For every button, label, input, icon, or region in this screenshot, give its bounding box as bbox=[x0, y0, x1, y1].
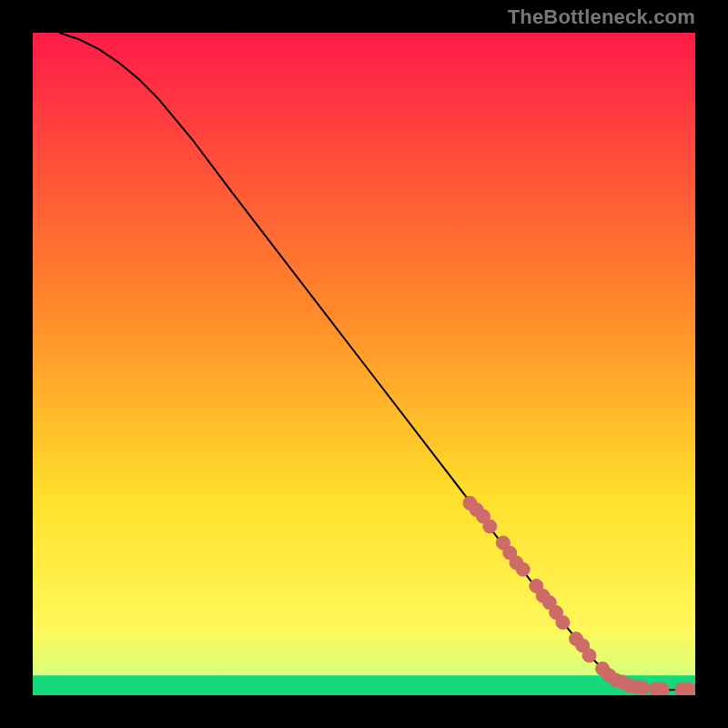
green-band bbox=[33, 675, 695, 695]
chart-stage: TheBottleneck.com bbox=[0, 0, 728, 728]
plot-svg bbox=[33, 33, 695, 695]
highlight-marker bbox=[682, 682, 695, 695]
highlight-marker bbox=[483, 520, 497, 533]
highlight-marker bbox=[635, 682, 649, 695]
highlight-marker bbox=[516, 562, 530, 576]
highlight-marker bbox=[582, 649, 596, 662]
highlight-marker bbox=[655, 682, 669, 695]
plot-area bbox=[33, 33, 695, 695]
watermark-label: TheBottleneck.com bbox=[508, 5, 695, 29]
highlight-marker bbox=[556, 615, 570, 629]
